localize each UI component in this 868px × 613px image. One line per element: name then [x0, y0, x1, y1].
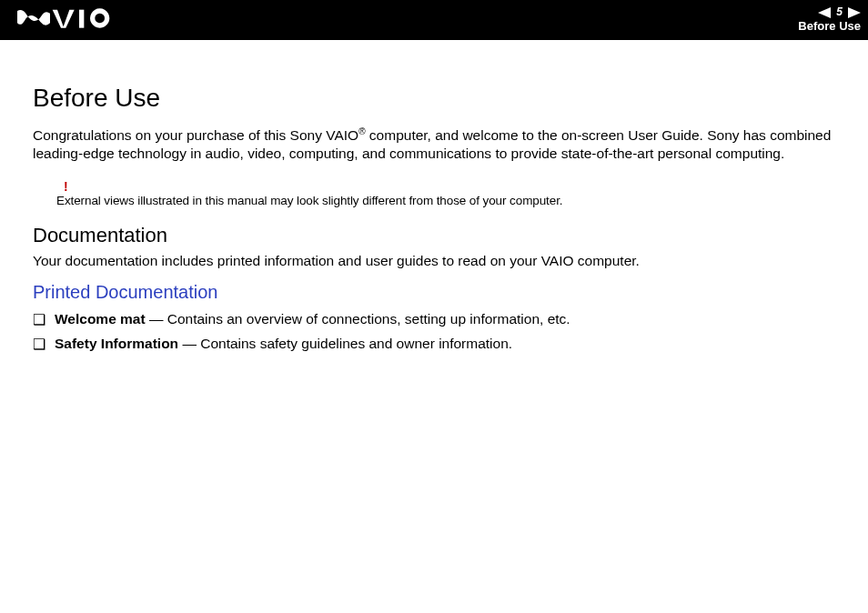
- documentation-intro: Your documentation includes printed info…: [33, 253, 835, 269]
- header-section-label: Before Use: [798, 19, 861, 35]
- page-number: 5: [836, 5, 843, 20]
- list-item: ❑ Welcome mat — Contains an overview of …: [33, 310, 835, 329]
- next-page-icon[interactable]: [848, 7, 861, 18]
- note-text: External views illustrated in this manua…: [56, 194, 835, 207]
- page-nav: 5: [818, 5, 861, 20]
- item-desc: — Contains safety guidelines and owner i…: [178, 336, 512, 351]
- header-right: 5 Before Use: [798, 5, 861, 35]
- prev-page-icon[interactable]: [818, 7, 831, 18]
- svg-rect-0: [79, 10, 84, 28]
- printed-doc-heading: Printed Documentation: [33, 282, 835, 303]
- note-block: ! External views illustrated in this man…: [56, 179, 835, 207]
- header-bar: 5 Before Use: [0, 0, 868, 40]
- item-desc: — Contains an overview of connections, s…: [146, 311, 570, 327]
- page-content: Before Use Congratulations on your purch…: [0, 40, 868, 354]
- intro-text-1: Congratulations on your purchase of this…: [33, 127, 358, 143]
- item-name: Welcome mat: [55, 311, 146, 327]
- documentation-heading: Documentation: [33, 224, 835, 247]
- page-title: Before Use: [33, 84, 835, 113]
- intro-paragraph: Congratulations on your purchase of this…: [33, 126, 835, 163]
- bullet-icon: ❑: [33, 336, 45, 353]
- list-item: ❑ Safety Information — Contains safety g…: [33, 335, 835, 354]
- registered-mark: ®: [358, 126, 365, 136]
- bullet-icon: ❑: [33, 311, 45, 328]
- note-icon: !: [64, 179, 835, 194]
- item-name: Safety Information: [55, 336, 178, 351]
- printed-doc-list: ❑ Welcome mat — Contains an overview of …: [33, 310, 835, 354]
- vaio-logo: [15, 7, 115, 33]
